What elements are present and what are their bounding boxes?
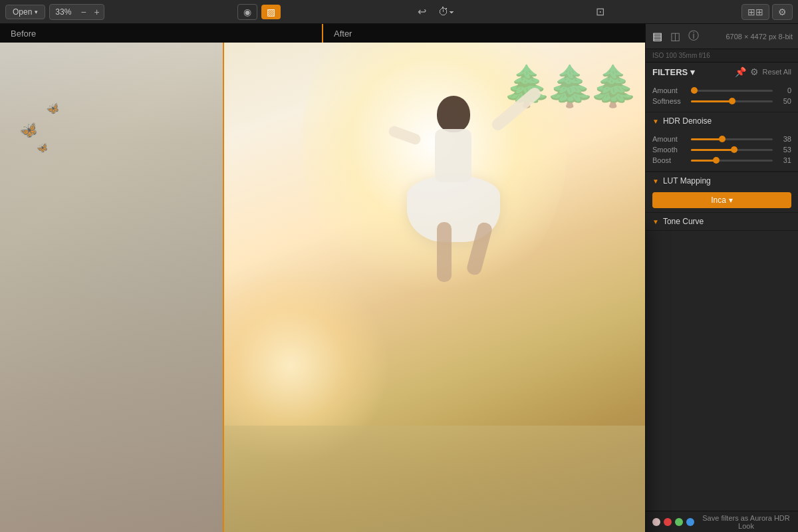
filters-label[interactable]: FILTERS ▾ bbox=[652, 67, 695, 77]
hdr-smooth-value: 53 bbox=[777, 146, 791, 154]
hdr-boost-label: Boost bbox=[652, 156, 687, 164]
after-label: After bbox=[322, 24, 645, 43]
color-dot-2[interactable] bbox=[675, 518, 683, 526]
color-dots bbox=[652, 518, 694, 526]
hdr-denoise-label: HDR Denoise bbox=[663, 116, 712, 126]
hdr-smooth-fill bbox=[691, 149, 734, 151]
amount-row-sharpen: Amount 0 bbox=[652, 86, 791, 94]
tone-curve-group: ▼ Tone Curve bbox=[646, 213, 798, 231]
softness-label: Softness bbox=[652, 97, 687, 105]
open-caret: ▾ bbox=[35, 9, 38, 15]
amount-value-sharpen: 0 bbox=[777, 86, 791, 94]
softness-track[interactable] bbox=[691, 100, 773, 102]
lut-mapping-label: LUT Mapping bbox=[663, 176, 711, 186]
toolbar: Open ▾ 33% − + ◉ ▨ ↩ ⏱▾ ⊡ ⊞⊞ ⚙ bbox=[0, 0, 798, 24]
sand-ground bbox=[224, 426, 645, 532]
history-button[interactable]: ⏱▾ bbox=[434, 3, 458, 21]
tone-curve-label: Tone Curve bbox=[663, 217, 704, 226]
sharpen-section: Amount 0 Softness 50 bbox=[646, 81, 798, 112]
lut-mapping-group: ▼ LUT Mapping Inca ▾ bbox=[646, 172, 798, 213]
before-label: Before bbox=[0, 24, 322, 43]
open-label: Open bbox=[13, 7, 32, 17]
color-dot-1[interactable] bbox=[664, 518, 672, 526]
hdr-boost-thumb[interactable] bbox=[713, 157, 720, 164]
hdr-boost-track[interactable] bbox=[691, 160, 773, 162]
info-tab-icon[interactable]: ⓘ bbox=[687, 28, 700, 45]
hdr-amount-thumb[interactable] bbox=[719, 136, 726, 142]
lut-arrow: ▼ bbox=[652, 178, 659, 185]
panel-tabs: ▤ ◫ ⓘ 6708 × 4472 px 8-bit bbox=[646, 24, 798, 49]
zoom-out-button[interactable]: − bbox=[76, 5, 90, 19]
save-aurora-button[interactable]: Save filters as Aurora HDR Look bbox=[701, 514, 791, 530]
open-button[interactable]: Open ▾ bbox=[5, 5, 45, 19]
main-area: Before After 🦋 🦋 🦋 🌲🌲🌲 bbox=[0, 24, 798, 532]
amount-label-sharpen: Amount bbox=[652, 86, 687, 94]
reset-all-button[interactable]: Reset All bbox=[763, 68, 791, 76]
amount-thumb-sharpen[interactable] bbox=[691, 87, 698, 94]
hdr-denoise-arrow: ▼ bbox=[652, 118, 659, 125]
hdr-smooth-row: Smooth 53 bbox=[652, 146, 791, 154]
color-dot-3[interactable] bbox=[686, 518, 694, 526]
hdr-amount-value: 38 bbox=[777, 135, 791, 143]
hdr-amount-label: Amount bbox=[652, 135, 687, 143]
filter-pin-icon[interactable]: 📌 bbox=[735, 66, 746, 77]
before-overlay bbox=[0, 43, 223, 532]
split-button[interactable]: ▨ bbox=[261, 5, 281, 19]
lut-dropdown-caret: ▾ bbox=[729, 196, 733, 205]
canvas-area: Before After 🦋 🦋 🦋 🌲🌲🌲 bbox=[0, 24, 645, 532]
hdr-denoise-group: ▼ HDR Denoise Amount 38 Smooth bbox=[646, 112, 798, 172]
tone-curve-arrow: ▼ bbox=[652, 218, 659, 225]
split-line[interactable] bbox=[223, 43, 224, 532]
bottom-bar: Save filters as Aurora HDR Look bbox=[646, 511, 798, 532]
filters-tab-icon[interactable]: ▤ bbox=[651, 29, 664, 44]
hdr-smooth-thumb[interactable] bbox=[731, 146, 737, 153]
eye-button[interactable]: ◉ bbox=[237, 4, 257, 20]
crop-button[interactable]: ⊡ bbox=[592, 3, 608, 21]
layers-tab-icon[interactable]: ◫ bbox=[669, 29, 682, 44]
hdr-smooth-track[interactable] bbox=[691, 149, 773, 151]
filters-actions: 📌 ⚙ Reset All bbox=[735, 66, 791, 77]
filters-header: FILTERS ▾ 📌 ⚙ Reset All bbox=[646, 63, 798, 81]
hdr-smooth-label: Smooth bbox=[652, 146, 687, 154]
right-panel: ▤ ◫ ⓘ 6708 × 4472 px 8-bit ISO 100 35mm … bbox=[645, 24, 798, 532]
lut-selector-button[interactable]: Inca ▾ bbox=[652, 192, 791, 208]
lut-mapping-header[interactable]: ▼ LUT Mapping bbox=[646, 172, 798, 190]
hdr-boost-value: 31 bbox=[777, 156, 791, 164]
lut-current-name: Inca bbox=[711, 196, 726, 205]
softness-row: Softness 50 bbox=[652, 97, 791, 105]
zoom-control[interactable]: 33% − + bbox=[49, 4, 104, 20]
hdr-denoise-sliders: Amount 38 Smooth 53 bbox=[646, 130, 798, 172]
softness-value: 50 bbox=[777, 97, 791, 105]
right-panel-scroll[interactable]: FILTERS ▾ 📌 ⚙ Reset All Amount 0 bbox=[646, 63, 798, 511]
hdr-amount-track[interactable] bbox=[691, 138, 773, 140]
hdr-amount-row: Amount 38 bbox=[652, 135, 791, 143]
hdr-denoise-header[interactable]: ▼ HDR Denoise bbox=[646, 112, 798, 130]
hdr-amount-fill bbox=[691, 138, 722, 140]
zoom-in-button[interactable]: + bbox=[90, 5, 104, 19]
softness-thumb[interactable] bbox=[729, 98, 735, 104]
girl-figure bbox=[407, 96, 500, 262]
color-dot-0[interactable] bbox=[652, 518, 660, 526]
zoom-value: 33% bbox=[50, 5, 76, 19]
toolbar-right-icons: ⊞⊞ ⚙ bbox=[741, 4, 793, 20]
undo-button[interactable]: ↩ bbox=[414, 3, 430, 21]
grid-icon-button[interactable]: ⊞⊞ bbox=[741, 4, 769, 20]
softness-fill bbox=[691, 100, 732, 102]
image-meta: ISO 100 35mm f/16 bbox=[646, 49, 798, 63]
image-info: 6708 × 4472 px 8-bit bbox=[726, 33, 793, 41]
image-meta-text: ISO 100 35mm f/16 bbox=[652, 52, 710, 59]
after-image: 🌲🌲🌲 bbox=[224, 43, 645, 532]
tone-curve-header[interactable]: ▼ Tone Curve bbox=[646, 213, 798, 230]
before-image: 🦋 🦋 🦋 bbox=[0, 43, 223, 532]
before-after-labels: Before After bbox=[0, 24, 645, 43]
filter-gear-icon[interactable]: ⚙ bbox=[750, 66, 759, 77]
settings-icon-button[interactable]: ⚙ bbox=[772, 4, 793, 20]
amount-track-sharpen[interactable] bbox=[691, 90, 773, 92]
hdr-boost-row: Boost 31 bbox=[652, 156, 791, 164]
